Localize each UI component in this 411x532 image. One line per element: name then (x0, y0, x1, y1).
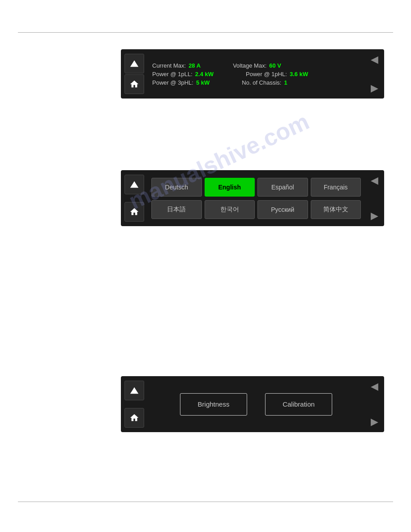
voltage-max-value: 60 V (269, 62, 281, 69)
panel1-up-button[interactable] (124, 54, 144, 73)
panel1-nav-col (121, 49, 148, 99)
panel1-arrow-col: ◀ ▶ (364, 49, 384, 99)
power-1phl-value: 3.6 kW (290, 71, 308, 77)
panel1-right-arrow-top[interactable]: ◀ (371, 54, 378, 65)
panel1-right-arrow-bottom[interactable]: ▶ (371, 82, 378, 94)
panel3-right-arrow-top[interactable]: ◀ (371, 381, 378, 392)
power-1phl-label: Power @ 1pHL: (246, 71, 287, 77)
power-3phl-value: 5 kW (196, 79, 210, 86)
lang-deutsch-button[interactable]: Deutsch (151, 178, 202, 197)
lang-japanese-button[interactable]: 日本語 (151, 200, 202, 219)
home-icon-2 (129, 207, 139, 217)
panel2-right-arrow-bottom[interactable]: ▶ (371, 210, 378, 222)
panel3-nav-col (121, 376, 148, 432)
svg-marker-2 (130, 387, 138, 394)
calibration-button[interactable]: Calibration (265, 393, 332, 416)
current-max-label: Current Max: (152, 62, 186, 69)
home-icon (129, 79, 139, 89)
panel2-right-arrow-top[interactable]: ◀ (371, 175, 378, 186)
bottom-rule (18, 502, 393, 502)
chassis-label: No. of Chassis: (242, 79, 281, 86)
lang-korean-button[interactable]: 한국어 (205, 200, 255, 219)
panel1-content: Current Max: 28 A Voltage Max: 60 V Powe… (148, 49, 364, 99)
lang-row-2: 日本語 한국어 Русский 简体中文 (151, 200, 361, 219)
panel3-up-button[interactable] (124, 381, 144, 400)
info-row-2: Power @ 1pLL: 2.4 kW Power @ 1pHL: 3.6 k… (152, 71, 360, 77)
up-arrow-icon-2 (129, 180, 139, 189)
lang-francais-button[interactable]: Français (311, 178, 361, 197)
up-arrow-icon-3 (129, 386, 139, 395)
panel2-home-button[interactable] (124, 202, 144, 222)
lang-row-1: Deutsch English Español Français (151, 178, 361, 197)
lang-espanol-button[interactable]: Español (257, 178, 308, 197)
chassis-value: 1 (284, 79, 287, 86)
lang-english-button[interactable]: English (205, 178, 255, 197)
home-icon-3 (129, 413, 139, 423)
info-row-1: Current Max: 28 A Voltage Max: 60 V (152, 62, 360, 69)
power-1pll-label: Power @ 1pLL: (152, 71, 193, 77)
panel3-arrow-col: ◀ ▶ (364, 376, 384, 432)
panel2-arrow-col: ◀ ▶ (364, 170, 384, 226)
brightness-button[interactable]: Brightness (180, 393, 247, 416)
panel2-nav-col (121, 170, 148, 226)
panel2-content: Deutsch English Español Français 日本語 한국어… (148, 170, 364, 226)
lang-chinese-button[interactable]: 简体中文 (311, 200, 361, 219)
voltage-max-label: Voltage Max: (233, 62, 266, 69)
panel1-home-button[interactable] (124, 74, 144, 94)
top-rule (18, 32, 393, 33)
panel3-home-button[interactable] (124, 408, 144, 428)
power-3phl-label: Power @ 3pHL: (152, 79, 193, 86)
svg-marker-0 (130, 60, 138, 67)
language-panel: Deutsch English Español Français 日本語 한국어… (121, 170, 384, 226)
svg-marker-1 (130, 181, 138, 188)
settings-panel: Brightness Calibration ◀ ▶ (121, 376, 384, 432)
panel2-up-button[interactable] (124, 175, 144, 194)
info-row-3: Power @ 3pHL: 5 kW No. of Chassis: 1 (152, 79, 360, 86)
power-1pll-value: 2.4 kW (195, 71, 214, 77)
status-panel: Current Max: 28 A Voltage Max: 60 V Powe… (121, 49, 384, 99)
up-arrow-icon (129, 59, 139, 69)
lang-russian-button[interactable]: Русский (257, 200, 308, 219)
panel3-content: Brightness Calibration (148, 376, 364, 432)
panel3-right-arrow-bottom[interactable]: ▶ (371, 416, 378, 428)
current-max-value: 28 A (188, 62, 201, 69)
